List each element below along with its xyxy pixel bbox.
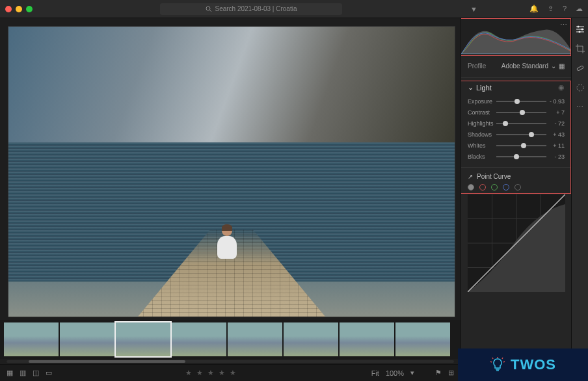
filmstrip: [0, 320, 461, 359]
tone-curve[interactable]: [468, 194, 565, 292]
edit-panel: ⋯ Profile Adobe Standard ⌄ ▦ ⌄ Light ◉ E…: [461, 18, 571, 381]
filmstrip-thumb[interactable]: [4, 322, 59, 356]
flag-icon[interactable]: ⚑: [435, 369, 442, 377]
filmstrip-thumb[interactable]: [284, 322, 338, 356]
filmstrip-thumb[interactable]: [340, 322, 394, 356]
svg-point-0: [206, 7, 210, 10]
slider-track[interactable]: [496, 101, 546, 102]
zoom-value[interactable]: 100%: [386, 369, 404, 377]
close-window-button[interactable]: [5, 6, 12, 12]
bottom-bar: ▦ ▥ ◫ ▭ ★ ★ ★ ★ ★ Fit 100% ▾ ⚑ ⊞: [0, 364, 461, 381]
more-icon[interactable]: ⋯: [576, 103, 583, 111]
filmstrip-thumb[interactable]: [228, 322, 282, 356]
curve-channel-blue[interactable]: [503, 184, 509, 190]
help-icon[interactable]: ?: [563, 5, 567, 13]
filmstrip-thumb[interactable]: [60, 322, 114, 356]
detail-view-icon[interactable]: ▭: [46, 369, 52, 377]
profile-grid-icon[interactable]: ▦: [559, 62, 565, 70]
curve-icon[interactable]: ↗: [468, 173, 473, 180]
slider-value: + 7: [549, 109, 565, 116]
filmstrip-thumb[interactable]: [172, 322, 226, 356]
titlebar: Search 2021-08-03 | Croatia ▼ 🔔 ⇪ ? ☁: [0, 0, 588, 18]
svg-point-10: [577, 26, 579, 28]
slider-track[interactable]: [496, 112, 546, 113]
svg-point-12: [578, 31, 580, 33]
chevron-down-icon[interactable]: ▾: [410, 369, 414, 377]
slider-label: Whites: [468, 142, 494, 149]
cloud-icon[interactable]: ☁: [576, 5, 583, 13]
minimize-window-button[interactable]: [16, 6, 22, 12]
filmstrip-scrollbar[interactable]: [7, 360, 454, 363]
chevron-down-icon[interactable]: ⌄: [551, 62, 556, 70]
svg-point-14: [577, 85, 583, 91]
svg-line-1: [210, 10, 212, 12]
search-field[interactable]: Search 2021-08-03 | Croatia: [160, 3, 342, 15]
slider-track[interactable]: [496, 134, 546, 135]
slider-label: Exposure: [468, 98, 494, 105]
slider-track[interactable]: [496, 123, 546, 124]
slider-track[interactable]: [496, 145, 546, 146]
curve-channel-red[interactable]: [479, 184, 486, 190]
search-text: Search 2021-08-03 | Croatia: [215, 5, 297, 12]
slider-label: Highlights: [468, 120, 494, 127]
eye-icon[interactable]: ◉: [558, 83, 565, 92]
watermark: TWOS: [458, 348, 588, 381]
point-curve-panel: ↗ Point Curve: [461, 168, 571, 297]
svg-rect-13: [576, 66, 583, 71]
profile-label: Profile: [468, 62, 486, 70]
slider-value: + 43: [549, 131, 565, 138]
filmstrip-thumb[interactable]: [395, 322, 450, 356]
rating-stars[interactable]: ★ ★ ★ ★ ★: [185, 369, 237, 377]
maximize-window-button[interactable]: [26, 6, 33, 12]
square-view-icon[interactable]: ▥: [20, 369, 26, 377]
curve-channel-green[interactable]: [491, 184, 498, 190]
crop-icon[interactable]: [576, 44, 585, 55]
light-panel-title: Light: [476, 84, 492, 92]
masking-icon[interactable]: [576, 83, 585, 94]
watermark-text: TWOS: [511, 356, 556, 373]
fit-label[interactable]: Fit: [371, 369, 379, 377]
slider-highlights[interactable]: Highlights- 72: [468, 118, 565, 129]
layout-icon[interactable]: ⊞: [448, 369, 454, 377]
slider-shadows[interactable]: Shadows+ 43: [468, 129, 565, 140]
compare-view-icon[interactable]: ◫: [33, 369, 39, 377]
slider-whites[interactable]: Whites+ 11: [468, 140, 565, 151]
slider-value: + 11: [549, 142, 565, 149]
slider-blacks[interactable]: Blacks- 23: [468, 151, 565, 162]
point-curve-label: Point Curve: [477, 173, 511, 180]
window-controls: [5, 6, 33, 12]
slider-value: - 0.93: [549, 98, 565, 105]
curve-channel-luma[interactable]: [468, 184, 474, 190]
histogram-info-icon[interactable]: ⋯: [560, 21, 567, 29]
slider-contrast[interactable]: Contrast+ 7: [468, 107, 565, 118]
slider-label: Shadows: [468, 131, 494, 138]
light-panel: ⌄ Light ◉ Exposure- 0.93Contrast+ 7Highl…: [461, 78, 571, 168]
profile-value: Adobe Standard: [501, 62, 548, 70]
bell-icon[interactable]: 🔔: [529, 5, 539, 13]
profile-row[interactable]: Profile Adobe Standard ⌄ ▦: [461, 55, 571, 78]
svg-point-11: [581, 29, 583, 31]
tool-strip: ⋯: [571, 18, 588, 381]
chevron-down-icon[interactable]: ⌄: [468, 83, 474, 92]
slider-value: - 23: [549, 153, 565, 160]
share-icon[interactable]: ⇪: [548, 5, 554, 13]
slider-track[interactable]: [496, 156, 546, 157]
edit-sliders-icon[interactable]: [576, 25, 585, 35]
grid-view-icon[interactable]: ▦: [7, 369, 13, 377]
slider-label: Contrast: [468, 109, 494, 116]
curve-channel-param[interactable]: [514, 184, 521, 190]
healing-icon[interactable]: [576, 64, 585, 74]
slider-exposure[interactable]: Exposure- 0.93: [468, 96, 565, 107]
histogram[interactable]: ⋯: [461, 18, 571, 55]
slider-label: Blacks: [468, 153, 494, 160]
filter-icon[interactable]: ▼: [470, 5, 477, 13]
slider-value: - 72: [549, 120, 565, 127]
lightbulb-icon: [490, 357, 505, 373]
photo-canvas[interactable]: [8, 26, 455, 317]
filmstrip-thumb[interactable]: [116, 322, 170, 356]
search-icon: [206, 6, 212, 12]
